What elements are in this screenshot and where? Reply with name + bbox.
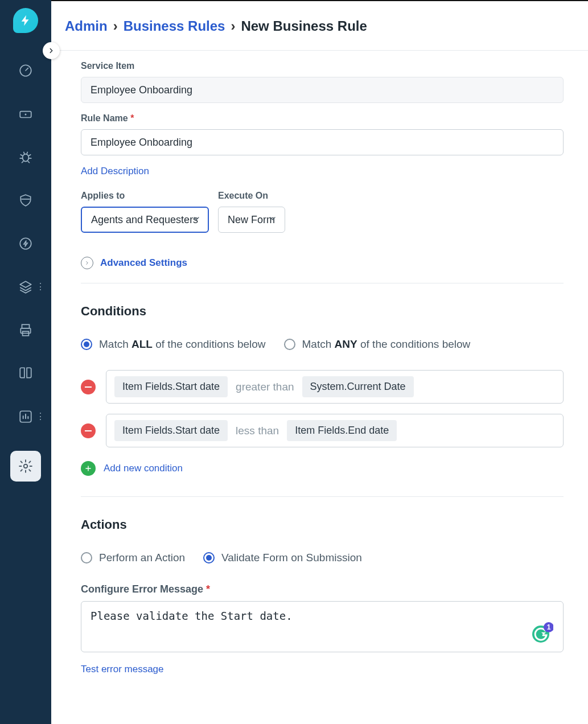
execute-on-label: Execute On <box>218 191 285 201</box>
book-icon <box>18 366 33 381</box>
svg-point-4 <box>20 238 31 249</box>
execute-on-select[interactable]: New Form <box>218 207 285 233</box>
bolt-circle-icon <box>18 236 33 251</box>
validate-form-radio[interactable]: Validate Form on Submission <box>203 552 362 564</box>
rule-name-field[interactable] <box>81 129 564 155</box>
breadcrumb-current: New Business Rule <box>241 18 367 34</box>
remove-condition-button[interactable] <box>81 380 96 394</box>
nav-tickets[interactable] <box>17 105 35 123</box>
radio-selected-icon <box>81 339 92 350</box>
validate-form-label: Validate Form on Submission <box>221 552 362 564</box>
nav-assets[interactable]: ⋮ <box>17 278 35 296</box>
svg-point-9 <box>24 464 28 468</box>
breadcrumb-admin[interactable]: Admin <box>65 18 108 34</box>
sidebar: ⋮ ⋮ <box>0 0 51 724</box>
rule-name-label: Rule Name * <box>81 113 564 124</box>
main: Admin › Business Rules › New Business Ru… <box>51 0 588 724</box>
condition-row: Item Fields.Start date less than Item Fi… <box>81 414 564 447</box>
advanced-settings-toggle[interactable]: Advanced Settings <box>81 257 564 269</box>
radio-selected-icon <box>203 552 215 563</box>
test-error-message-link[interactable]: Test error message <box>81 664 164 675</box>
printer-icon <box>18 323 33 338</box>
grammarly-icon[interactable]: 1 <box>531 622 553 647</box>
condition-operator[interactable]: greater than <box>236 381 294 393</box>
nav-admin[interactable] <box>10 451 41 482</box>
nav-icons: ⋮ ⋮ <box>0 61 51 482</box>
radio-unselected-icon <box>81 552 92 563</box>
nav-solutions[interactable] <box>17 364 35 382</box>
chevron-right-icon <box>47 47 55 55</box>
layers-icon <box>18 279 33 294</box>
nav-dashboard[interactable] <box>17 61 35 80</box>
add-condition-button[interactable]: Add new condition <box>81 461 564 476</box>
breadcrumb-business-rules[interactable]: Business Rules <box>124 18 225 34</box>
nav-contracts[interactable] <box>17 321 35 339</box>
divider <box>81 496 564 497</box>
analytics-icon <box>18 409 33 424</box>
radio-unselected-icon <box>284 339 295 350</box>
form-content: Service Item Rule Name * Add Description… <box>51 51 586 698</box>
condition-operator[interactable]: less than <box>236 425 279 437</box>
breadcrumb: Admin › Business Rules › New Business Ru… <box>51 0 588 51</box>
applies-to-select[interactable]: Agents and Requesters <box>81 207 209 233</box>
remove-condition-button[interactable] <box>81 423 96 438</box>
svg-text:1: 1 <box>547 623 551 631</box>
gear-icon <box>18 459 33 474</box>
app-logo[interactable] <box>13 8 38 33</box>
nav-analytics[interactable]: ⋮ <box>17 408 35 426</box>
chevron-right-icon: › <box>231 18 235 34</box>
condition-row: Item Fields.Start date greater than Syst… <box>81 370 564 404</box>
more-dots-icon[interactable]: ⋮ <box>36 411 45 422</box>
more-dots-icon[interactable]: ⋮ <box>36 281 45 292</box>
condition-box[interactable]: Item Fields.Start date less than Item Fi… <box>106 414 564 447</box>
match-all-radio[interactable]: Match ALL of the conditions below <box>81 338 266 351</box>
service-item-label: Service Item <box>81 61 564 71</box>
chevron-right-icon: › <box>113 18 118 34</box>
plus-circle-icon <box>81 461 96 476</box>
sidebar-collapse-button[interactable] <box>43 42 60 59</box>
shield-icon <box>18 193 33 208</box>
divider <box>81 283 564 283</box>
nav-problems[interactable] <box>17 148 35 166</box>
match-any-radio[interactable]: Match ANY of the conditions below <box>284 338 471 351</box>
bug-icon <box>18 150 33 164</box>
error-message-field[interactable] <box>81 601 564 652</box>
actions-title: Actions <box>81 517 564 532</box>
error-message-label: Configure Error Message * <box>81 583 564 595</box>
conditions-title: Conditions <box>81 304 564 319</box>
svg-point-2 <box>24 114 26 116</box>
nav-changes[interactable] <box>17 191 35 209</box>
advanced-settings-label: Advanced Settings <box>100 257 187 269</box>
applies-to-label: Applies to <box>81 191 209 201</box>
gauge-icon <box>18 63 33 78</box>
ticket-icon <box>18 106 33 121</box>
condition-left-chip[interactable]: Item Fields.Start date <box>114 376 228 397</box>
service-item-field <box>81 77 564 103</box>
condition-box[interactable]: Item Fields.Start date greater than Syst… <box>106 370 564 404</box>
bolt-icon <box>19 14 32 27</box>
condition-left-chip[interactable]: Item Fields.Start date <box>114 420 228 441</box>
add-description-link[interactable]: Add Description <box>81 166 149 177</box>
perform-action-label: Perform an Action <box>99 552 185 564</box>
condition-right-chip[interactable]: Item Fields.End date <box>287 420 397 441</box>
add-condition-label: Add new condition <box>104 463 183 474</box>
chevron-right-circle-icon <box>81 257 93 269</box>
perform-action-radio[interactable]: Perform an Action <box>81 552 185 564</box>
nav-releases[interactable] <box>17 235 35 253</box>
condition-right-chip[interactable]: System.Current Date <box>302 376 414 397</box>
svg-rect-5 <box>22 324 30 328</box>
svg-point-3 <box>23 154 29 162</box>
